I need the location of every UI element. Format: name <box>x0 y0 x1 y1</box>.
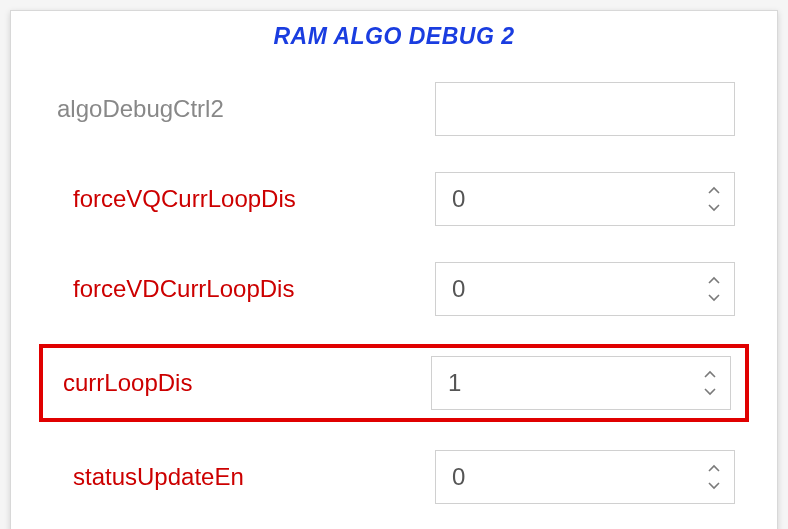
chevron-up-icon <box>707 464 721 474</box>
input-forceVQCurrLoopDis[interactable] <box>435 172 735 226</box>
input-wrap-forceVQCurrLoopDis <box>435 172 735 226</box>
step-down-button[interactable] <box>701 290 727 304</box>
step-down-button[interactable] <box>701 478 727 492</box>
field-row-statusUpdateEn: statusUpdateEn <box>39 432 749 522</box>
input-algoDebugCtrl2[interactable] <box>435 82 735 136</box>
spinner-forceVQCurrLoopDis <box>701 172 727 226</box>
spinner-currLoopDis <box>697 356 723 410</box>
field-label-algoDebugCtrl2: algoDebugCtrl2 <box>53 95 224 123</box>
chevron-down-icon <box>707 480 721 490</box>
input-wrap-currLoopDis <box>431 356 731 410</box>
step-down-button[interactable] <box>701 200 727 214</box>
input-statusUpdateEn[interactable] <box>435 450 735 504</box>
highlight-currLoopDis: currLoopDis <box>39 344 749 422</box>
input-wrap-algoDebugCtrl2 <box>435 82 735 136</box>
chevron-up-icon <box>707 276 721 286</box>
field-label-statusUpdateEn: statusUpdateEn <box>53 463 244 491</box>
debug-panel: RAM ALGO DEBUG 2 algoDebugCtrl2 forceVQC… <box>10 10 778 529</box>
field-label-forceVDCurrLoopDis: forceVDCurrLoopDis <box>53 275 294 303</box>
spinner-statusUpdateEn <box>701 450 727 504</box>
chevron-down-icon <box>703 386 717 396</box>
chevron-up-icon <box>703 370 717 380</box>
chevron-up-icon <box>707 186 721 196</box>
step-up-button[interactable] <box>701 184 727 198</box>
field-row-algoDebugCtrl2: algoDebugCtrl2 <box>39 64 749 154</box>
chevron-down-icon <box>707 292 721 302</box>
input-forceVDCurrLoopDis[interactable] <box>435 262 735 316</box>
field-row-currLoopDis: currLoopDis <box>39 334 749 432</box>
input-wrap-statusUpdateEn <box>435 450 735 504</box>
chevron-down-icon <box>707 202 721 212</box>
step-up-button[interactable] <box>701 274 727 288</box>
field-row-forceVDCurrLoopDis: forceVDCurrLoopDis <box>39 244 749 334</box>
field-label-currLoopDis: currLoopDis <box>57 369 192 397</box>
step-up-button[interactable] <box>697 368 723 382</box>
step-down-button[interactable] <box>697 384 723 398</box>
spinner-forceVDCurrLoopDis <box>701 262 727 316</box>
field-row-forceVQCurrLoopDis: forceVQCurrLoopDis <box>39 154 749 244</box>
panel-title: RAM ALGO DEBUG 2 <box>39 23 749 50</box>
step-up-button[interactable] <box>701 462 727 476</box>
input-currLoopDis[interactable] <box>431 356 731 410</box>
field-label-forceVQCurrLoopDis: forceVQCurrLoopDis <box>53 185 296 213</box>
input-wrap-forceVDCurrLoopDis <box>435 262 735 316</box>
